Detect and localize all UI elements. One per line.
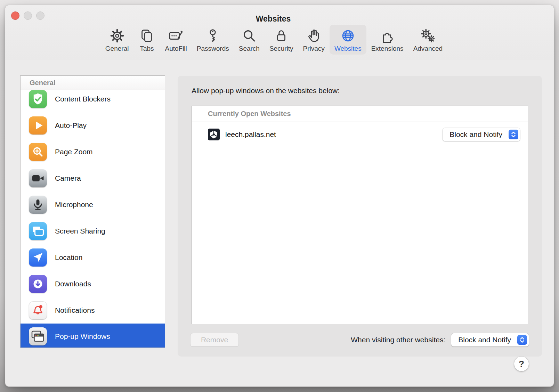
dropdown-value: Block and Notify	[458, 336, 511, 344]
sidebar-item-page-zoom[interactable]: Page Zoom	[21, 139, 165, 165]
sidebar-item-camera[interactable]: Camera	[21, 165, 165, 191]
tab-general[interactable]: General	[100, 25, 134, 55]
sidebar-item-label: Camera	[55, 174, 81, 182]
sidebar-item-auto-play[interactable]: Auto-Play	[21, 112, 165, 139]
tab-autofill[interactable]: AutoFill	[160, 25, 192, 55]
preferences-toolbar: General Tabs	[5, 25, 548, 55]
magnifier-icon	[241, 28, 258, 44]
tab-advanced[interactable]: Advanced	[408, 25, 448, 55]
sidebar-list: Content Blockers Auto-Play Page Zoom	[21, 90, 165, 348]
row-policy-dropdown[interactable]: Block and Notify	[443, 128, 520, 141]
sidebar-item-notifications[interactable]: Notifications	[21, 297, 165, 324]
shield-check-icon	[29, 90, 47, 108]
sidebar-section-header: General	[21, 76, 165, 90]
chevron-up-down-icon	[509, 130, 518, 139]
sidebar-item-content-blockers[interactable]: Content Blockers	[21, 90, 165, 112]
sidebar-item-label: Page Zoom	[55, 148, 93, 156]
remove-button[interactable]: Remove	[191, 333, 238, 346]
panel-heading: Allow pop-up windows on the websites bel…	[192, 87, 340, 95]
sidebar-item-pop-up-windows[interactable]: Pop-up Windows	[21, 324, 165, 348]
sidebar-item-location[interactable]: Location	[21, 244, 165, 271]
screens-icon	[29, 222, 47, 240]
table-row[interactable]: leech.pallas.net Block and Notify	[192, 122, 528, 147]
table-header: Currently Open Websites	[192, 106, 528, 122]
tab-label: AutoFill	[165, 45, 187, 52]
website-domain: leech.pallas.net	[225, 130, 276, 139]
microphone-icon	[29, 196, 47, 214]
gears-icon	[420, 28, 436, 44]
tab-extensions[interactable]: Extensions	[366, 25, 408, 55]
bell-badge-icon	[29, 301, 47, 319]
play-icon	[29, 116, 47, 134]
gear-icon	[109, 28, 125, 44]
sidebar-item-label: Location	[55, 253, 82, 262]
sidebar-item-label: Downloads	[55, 280, 91, 288]
video-camera-icon	[29, 169, 47, 187]
sidebar-item-label: Microphone	[55, 201, 93, 209]
sidebar-item-label: Notifications	[55, 306, 95, 315]
download-circle-icon	[29, 275, 47, 293]
sidebar-item-screen-sharing[interactable]: Screen Sharing	[21, 218, 165, 244]
tab-search[interactable]: Search	[234, 25, 265, 55]
tab-passwords[interactable]: Passwords	[192, 25, 234, 55]
tabs-icon	[138, 28, 155, 44]
panel-bottom-bar: Remove When visiting other websites: Blo…	[191, 333, 529, 346]
unity-logo-icon	[208, 129, 220, 140]
tab-privacy[interactable]: Privacy	[298, 25, 330, 55]
sidebar-item-downloads[interactable]: Downloads	[21, 271, 165, 297]
autofill-icon	[168, 28, 184, 44]
tab-label: Extensions	[371, 45, 404, 52]
chevron-up-down-icon	[517, 335, 527, 345]
help-button[interactable]: ?	[514, 357, 529, 371]
sidebar-item-label: Auto-Play	[55, 121, 87, 130]
websites-table: Currently Open Websites leech.pallas.net…	[192, 106, 528, 324]
puzzle-icon	[379, 28, 396, 44]
location-arrow-icon	[29, 248, 47, 267]
tab-label: Passwords	[197, 45, 229, 52]
sidebar-item-microphone[interactable]: Microphone	[21, 191, 165, 218]
tab-websites[interactable]: Websites	[330, 25, 366, 55]
key-icon	[204, 28, 221, 44]
safari-preferences-window: Websites General	[5, 5, 554, 387]
sidebar-item-label: Content Blockers	[55, 95, 111, 103]
tab-label: Privacy	[303, 45, 325, 52]
default-policy-dropdown[interactable]: Block and Notify	[451, 333, 529, 346]
popup-windows-icon	[29, 327, 47, 345]
dropdown-value: Block and Notify	[449, 130, 502, 139]
tab-label: Tabs	[140, 45, 154, 52]
tab-label: Search	[239, 45, 260, 52]
sidebar-item-label: Pop-up Windows	[55, 332, 110, 341]
padlock-icon	[273, 28, 290, 44]
window-title: Websites	[5, 14, 541, 24]
tab-label: General	[105, 45, 129, 52]
tab-security[interactable]: Security	[265, 25, 298, 55]
hand-icon	[306, 28, 322, 44]
popup-settings-panel: Allow pop-up windows on the websites bel…	[178, 76, 542, 357]
zoom-plus-icon	[29, 143, 47, 161]
tab-label: Websites	[334, 45, 362, 52]
tab-label: Security	[269, 45, 293, 52]
tab-tabs[interactable]: Tabs	[133, 25, 160, 55]
titlebar: Websites General	[5, 5, 554, 60]
tab-label: Advanced	[413, 45, 443, 52]
sidebar-item-label: Screen Sharing	[55, 227, 105, 235]
globe-icon	[340, 28, 356, 44]
when-visiting-label: When visiting other websites:	[351, 336, 445, 344]
websites-sidebar: General Content Blockers Auto-Play	[20, 75, 165, 348]
